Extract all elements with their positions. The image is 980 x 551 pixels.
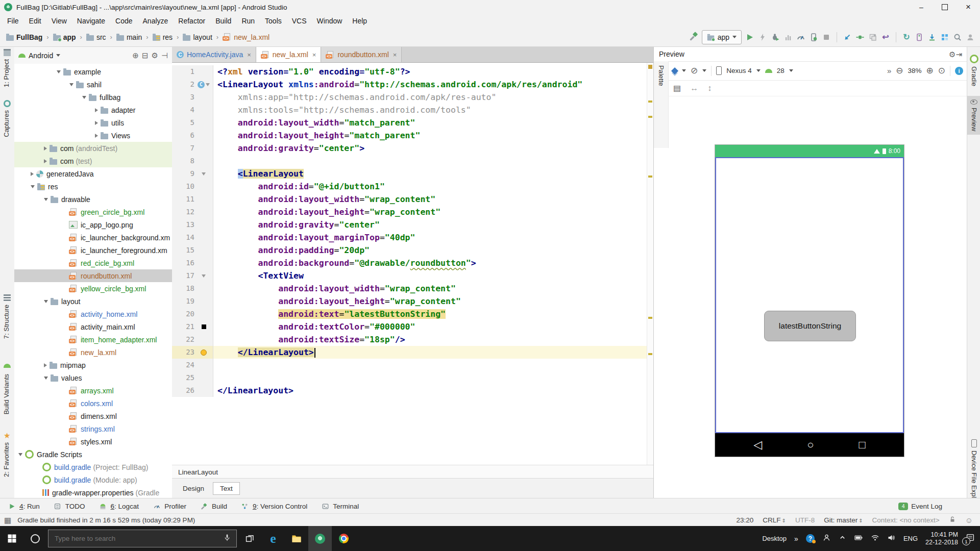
- tool-window-button----logcat[interactable]: 6: Logcat: [99, 502, 139, 511]
- tab-text[interactable]: Text: [213, 482, 240, 495]
- battery-tray-icon[interactable]: [854, 534, 863, 544]
- start-button[interactable]: [0, 526, 23, 551]
- chevron-collapsed-icon[interactable]: [44, 363, 47, 367]
- tool-window-button-profiler[interactable]: Profiler: [152, 502, 186, 511]
- collapse-all-icon[interactable]: ⊟: [142, 52, 149, 59]
- tree-item-com[interactable]: com(test): [14, 155, 172, 167]
- code-line-10[interactable]: 10 android:id="@+id/button1": [172, 180, 653, 193]
- hide-panel-icon[interactable]: ⇥: [955, 51, 962, 58]
- chevron-down-icon[interactable]: [702, 69, 706, 72]
- menu-code[interactable]: Code: [110, 17, 137, 25]
- vcs-commit-icon[interactable]: [855, 33, 865, 42]
- close-icon[interactable]: ×: [393, 51, 397, 59]
- code-line-2[interactable]: 2C<LinearLayout xmlns:android="http://sc…: [172, 78, 653, 91]
- code-line-4[interactable]: 4 xmlns:tools="http://schemas.android.co…: [172, 104, 653, 116]
- project-view-selector[interactable]: Android: [29, 52, 53, 60]
- tree-item-drawable[interactable]: drawable: [14, 193, 172, 206]
- tool-window-button-terminal[interactable]: Terminal: [321, 502, 359, 511]
- maximize-button[interactable]: [933, 0, 957, 14]
- breadcrumb-main[interactable]: main: [115, 33, 143, 41]
- code-line-25[interactable]: 25: [172, 371, 653, 384]
- tree-item-Gradle Scripts[interactable]: Gradle Scripts: [14, 448, 172, 461]
- menu-analyze[interactable]: Analyze: [138, 17, 174, 25]
- edge-taskbar-icon[interactable]: e: [261, 526, 285, 551]
- warning-stripe-mark[interactable]: [648, 116, 652, 118]
- fold-icon[interactable]: [202, 274, 206, 278]
- code-line-15[interactable]: 15 android:padding="20dp": [172, 244, 653, 257]
- variants-icon[interactable]: ▤: [673, 84, 681, 92]
- tree-item-colors.xml[interactable]: colors.xml: [14, 397, 172, 410]
- menu-window[interactable]: Window: [312, 17, 348, 25]
- tree-item-arrays.xml[interactable]: arrays.xml: [14, 384, 172, 397]
- tree-item-Views[interactable]: Views: [14, 129, 172, 142]
- volume-tray-icon[interactable]: [887, 534, 896, 544]
- intention-bulb-icon[interactable]: [201, 349, 207, 356]
- breadcrumb-tag[interactable]: LinearLayout: [178, 468, 218, 476]
- resize-vertical-icon[interactable]: ↕: [707, 84, 712, 92]
- sdk-manager-icon[interactable]: [927, 33, 937, 42]
- help-tray-icon[interactable]: ?: [806, 534, 815, 543]
- close-icon[interactable]: ×: [247, 51, 251, 59]
- build-hammer-icon[interactable]: [689, 32, 698, 41]
- chevron-expanded-icon[interactable]: [31, 185, 35, 188]
- tree-item-new_la.xml[interactable]: new_la.xml: [14, 346, 172, 359]
- tree-item-activity_home.xml[interactable]: activity_home.xml: [14, 308, 172, 320]
- search-input[interactable]: [48, 534, 223, 543]
- tree-item-fullbag[interactable]: fullbag: [14, 91, 172, 104]
- people-tray-icon[interactable]: [822, 534, 831, 544]
- code-line-1[interactable]: 1<?xml version="1.0" encoding="utf-8"?>: [172, 65, 653, 78]
- tab-design[interactable]: Design: [176, 483, 211, 494]
- cortana-button[interactable]: [23, 526, 47, 551]
- chevron-collapsed-icon[interactable]: [95, 134, 98, 138]
- class-gutter-icon[interactable]: C: [198, 81, 205, 88]
- tree-item-ic_launcher_foreground.xm[interactable]: ic_launcher_foreground.xm: [14, 244, 172, 257]
- tab-HomeActivity.java[interactable]: CHomeActivity.java×: [172, 47, 256, 62]
- tool-window-button----project[interactable]: 1: Project: [3, 59, 10, 87]
- tree-item-activity_main.xml[interactable]: activity_main.xml: [14, 320, 172, 333]
- code-line-26[interactable]: 26</LinearLayout>: [172, 384, 653, 397]
- profile-icon[interactable]: [796, 33, 805, 42]
- chevron-expanded-icon[interactable]: [18, 453, 22, 456]
- warning-stripe-mark[interactable]: [648, 353, 652, 355]
- menu-refactor[interactable]: Refactor: [173, 17, 210, 25]
- tree-item-build.gradle[interactable]: build.gradle(Module: app): [14, 473, 172, 486]
- code-line-6[interactable]: 6 android:layout_height="match_parent": [172, 129, 653, 142]
- tree-item-dimens.xml[interactable]: dimens.xml: [14, 410, 172, 422]
- chevron-down-icon[interactable]: [682, 69, 686, 72]
- breadcrumb-app[interactable]: app: [52, 33, 77, 41]
- device-select[interactable]: Nexus 4: [726, 67, 752, 74]
- tool-window-button-todo[interactable]: TODO: [53, 502, 85, 511]
- tool-window-button-preview[interactable]: Preview: [967, 96, 980, 135]
- theme-icon[interactable]: [671, 67, 678, 74]
- tree-item-ic_app_logo.png[interactable]: ic_app_logo.png: [14, 218, 172, 231]
- gear-icon[interactable]: ⚙: [949, 51, 955, 58]
- tree-item-generatedJava[interactable]: generatedJava: [14, 167, 172, 180]
- code-line-20[interactable]: 20 android:text="latestButtonString": [172, 308, 653, 320]
- apply-code-changes-icon[interactable]: [809, 33, 818, 42]
- breadcrumb-new_la.xml[interactable]: new_la.xml: [222, 33, 271, 41]
- chevron-expanded-icon[interactable]: [44, 198, 48, 201]
- tree-item-roundbutton.xml[interactable]: roundbutton.xml: [14, 269, 172, 282]
- wifi-tray-icon[interactable]: [871, 534, 879, 543]
- overflow-chevron-icon[interactable]: »: [887, 67, 891, 74]
- chevron-down-icon[interactable]: [789, 69, 793, 72]
- stop-icon[interactable]: [822, 33, 831, 42]
- code-line-16[interactable]: 16 android:background="@drawable/roundbu…: [172, 257, 653, 269]
- palette-label[interactable]: Palette: [657, 65, 665, 86]
- lock-icon[interactable]: [949, 516, 956, 524]
- breadcrumb-layout[interactable]: layout: [182, 33, 213, 41]
- warning-stripe-mark[interactable]: [648, 317, 652, 319]
- info-icon[interactable]: i: [955, 67, 963, 75]
- breadcrumb-FullBag[interactable]: FullBag: [5, 33, 43, 41]
- chevron-collapsed-icon[interactable]: [44, 159, 47, 163]
- tree-item-mipmap[interactable]: mipmap: [14, 359, 172, 371]
- zoom-in-icon[interactable]: ⊕: [926, 66, 934, 75]
- menu-run[interactable]: Run: [236, 17, 260, 25]
- search-everywhere-icon[interactable]: [953, 33, 962, 42]
- warning-stripe-mark[interactable]: [648, 176, 652, 178]
- tool-window-button----structure[interactable]: 7: Structure: [3, 305, 10, 339]
- code-line-18[interactable]: 18 android:layout_width="wrap_content": [172, 282, 653, 295]
- debug-icon[interactable]: [771, 33, 780, 42]
- gear-icon[interactable]: ⚙: [151, 52, 158, 59]
- zoom-fit-icon[interactable]: ⊙: [938, 66, 945, 75]
